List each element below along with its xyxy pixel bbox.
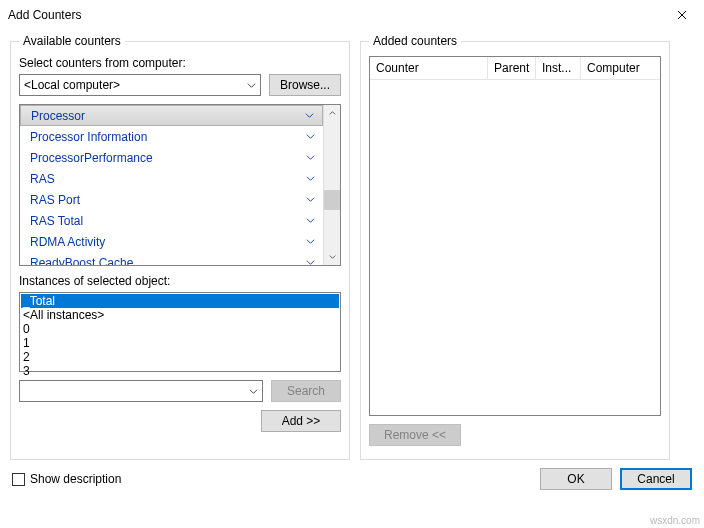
chevron-down-icon: [306, 258, 315, 265]
chevron-down-icon: [306, 195, 315, 204]
added-legend: Added counters: [369, 34, 461, 48]
show-description-checkbox[interactable]: Show description: [12, 472, 121, 486]
chevron-down-icon: [306, 174, 315, 183]
added-table[interactable]: Counter Parent Inst... Computer: [369, 56, 661, 416]
chevron-down-icon: [306, 237, 315, 246]
col-instance[interactable]: Inst...: [536, 57, 581, 80]
counter-item[interactable]: Processor Information: [20, 126, 323, 147]
counter-item[interactable]: RDMA Activity: [20, 231, 323, 252]
computer-combo[interactable]: <Local computer>: [19, 74, 261, 96]
counter-item[interactable]: Processor: [20, 105, 323, 126]
col-parent[interactable]: Parent: [488, 57, 536, 80]
scroll-thumb[interactable]: [324, 190, 340, 210]
counter-item[interactable]: RAS Total: [20, 210, 323, 231]
counter-item[interactable]: RAS: [20, 168, 323, 189]
instances-list[interactable]: _Total<All instances>0123: [19, 292, 341, 372]
watermark: wsxdn.com: [650, 515, 700, 526]
instance-item[interactable]: 3: [21, 364, 339, 378]
available-legend: Available counters: [19, 34, 125, 48]
instance-item[interactable]: 0: [21, 322, 339, 336]
col-computer[interactable]: Computer: [581, 57, 660, 80]
counter-item[interactable]: ReadyBoost Cache: [20, 252, 323, 265]
instance-item[interactable]: _Total: [21, 294, 339, 308]
col-counter[interactable]: Counter: [370, 57, 488, 80]
scroll-up-icon[interactable]: [324, 105, 340, 122]
added-counters-group: Added counters Counter Parent Inst... Co…: [360, 34, 670, 460]
chevron-down-icon: [306, 216, 315, 225]
instance-item[interactable]: 1: [21, 336, 339, 350]
counter-item[interactable]: RAS Port: [20, 189, 323, 210]
chevron-down-icon: [247, 81, 256, 90]
computer-label: Select counters from computer:: [19, 56, 341, 70]
add-button[interactable]: Add >>: [261, 410, 341, 432]
chevron-down-icon: [306, 153, 315, 162]
close-button[interactable]: [659, 0, 704, 30]
computer-value: <Local computer>: [24, 78, 120, 92]
ok-button[interactable]: OK: [540, 468, 612, 490]
chevron-down-icon: [305, 111, 314, 120]
scrollbar[interactable]: [323, 105, 340, 265]
window-title: Add Counters: [8, 8, 659, 22]
cancel-button[interactable]: Cancel: [620, 468, 692, 490]
scroll-down-icon[interactable]: [324, 248, 340, 265]
browse-button[interactable]: Browse...: [269, 74, 341, 96]
remove-button[interactable]: Remove <<: [369, 424, 461, 446]
chevron-down-icon: [306, 132, 315, 141]
search-combo[interactable]: [19, 380, 263, 402]
instance-item[interactable]: 2: [21, 350, 339, 364]
counter-item[interactable]: ProcessorPerformance: [20, 147, 323, 168]
available-counters-group: Available counters Select counters from …: [10, 34, 350, 460]
counter-list[interactable]: ProcessorProcessor InformationProcessorP…: [20, 105, 323, 265]
instances-label: Instances of selected object:: [19, 274, 341, 288]
search-button[interactable]: Search: [271, 380, 341, 402]
chevron-down-icon: [249, 387, 258, 396]
show-description-label: Show description: [30, 472, 121, 486]
instance-item[interactable]: <All instances>: [21, 308, 339, 322]
